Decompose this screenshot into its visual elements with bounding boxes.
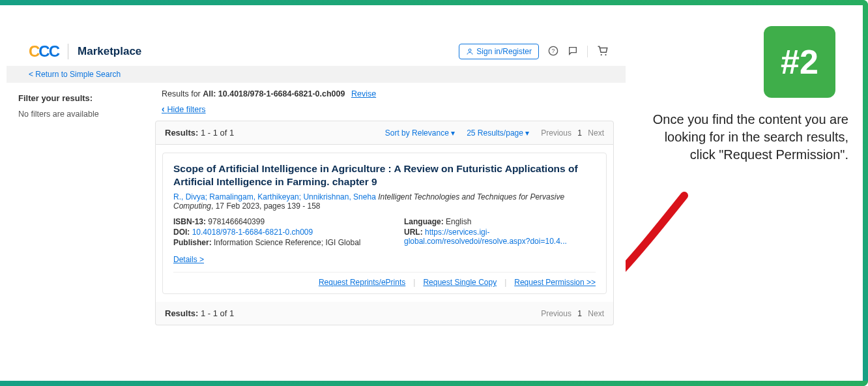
request-permission-link[interactable]: Request Permission >> <box>514 278 596 287</box>
prev-button[interactable]: Previous <box>541 128 571 138</box>
return-simple-search-label: Return to Simple Search <box>35 70 121 79</box>
result-card: Scope of Artificial Intelligence in Agri… <box>162 153 607 294</box>
pager-top: Previous 1 Next <box>541 128 604 138</box>
isbn-value: 9781466640399 <box>208 217 265 226</box>
app-header: CCC Marketplace Sign in/Register ? <box>7 36 626 66</box>
help-icon[interactable]: ? <box>548 46 558 58</box>
language-label: Language: <box>404 217 444 226</box>
results-for-scope: All: 10.4018/978-1-6684-6821-0.ch009 <box>203 89 345 98</box>
page-current-bottom: 1 <box>577 309 582 318</box>
result-actions: Request Reprints/ePrints | Request Singl… <box>173 272 596 287</box>
results-main: Results for All: 10.4018/978-1-6684-6821… <box>155 89 614 325</box>
results-count-range: 1 - 1 of 1 <box>201 128 234 138</box>
callout-line-3: click "Request Permission". <box>690 147 848 162</box>
doi-value[interactable]: 10.4018/978-1-6684-6821-0.ch009 <box>192 228 313 237</box>
brand-logo: CCC <box>29 42 59 61</box>
result-byline: R., Divya; Ramalingam, Karthikeyan; Unni… <box>173 192 596 211</box>
next-button-bottom[interactable]: Next <box>588 309 604 318</box>
frame-top <box>0 0 868 5</box>
perpage-label: 25 Results/page <box>467 128 523 138</box>
publisher-value: Information Science Reference; IGI Globa… <box>214 238 360 247</box>
filters-sidebar: Filter your results: No filters are avai… <box>18 89 155 325</box>
sub-bar: < Return to Simple Search <box>7 66 626 83</box>
frame-bottom <box>0 381 868 386</box>
svg-text:?: ? <box>552 48 555 54</box>
sort-label: Sort by Relevance <box>385 128 449 138</box>
filters-heading: Filter your results: <box>18 93 155 103</box>
request-reprints-link[interactable]: Request Reprints/ePrints <box>319 278 405 287</box>
results-count-range-bottom: 1 - 1 of 1 <box>201 308 234 318</box>
results-for: Results for All: 10.4018/978-1-6684-6821… <box>162 89 614 98</box>
svg-point-1 <box>469 49 471 52</box>
callout-text: Once you find the content you are lookin… <box>627 111 848 164</box>
sort-dropdown[interactable]: Sort by Relevance ▾ <box>385 128 455 138</box>
result-date-pages: , 17 Feb 2023, pages 139 - 158 <box>211 201 320 211</box>
details-link[interactable]: Details > <box>173 255 204 264</box>
brand-suffix: Marketplace <box>78 45 141 58</box>
isbn-label: ISBN-13: <box>173 217 206 226</box>
revise-link[interactable]: Revise <box>351 89 376 98</box>
result-title[interactable]: Scope of Artificial Intelligence in Agri… <box>173 162 596 188</box>
results-count-label-bottom: Results: <box>165 308 198 318</box>
brand: CCC Marketplace <box>29 42 141 61</box>
perpage-dropdown[interactable]: 25 Results/page ▾ <box>467 128 529 138</box>
action-sep-1: | <box>413 278 415 287</box>
brand-divider <box>68 44 68 59</box>
callout-line-1: Once you find the content you are <box>653 112 848 126</box>
svg-point-4 <box>601 53 602 55</box>
publisher-label: Publisher: <box>173 238 212 247</box>
url-value[interactable]: https://services.igi-global.com/resolved… <box>404 228 567 246</box>
frame-right <box>863 0 868 386</box>
url-label: URL: <box>404 228 423 237</box>
results-count-label: Results: <box>165 128 198 138</box>
return-simple-search-link[interactable]: < Return to Simple Search <box>29 70 121 79</box>
marketplace-screenshot: CCC Marketplace Sign in/Register ? < Ret… <box>7 36 626 316</box>
svg-point-5 <box>605 53 606 55</box>
results-count-top: Results: 1 - 1 of 1 <box>165 128 234 138</box>
cart-icon[interactable] <box>597 45 609 59</box>
chat-icon[interactable] <box>568 46 578 58</box>
header-divider <box>587 46 588 57</box>
action-sep-2: | <box>504 278 506 287</box>
pager-bottom: Previous 1 Next <box>541 309 604 318</box>
results-bar-bottom: Results: 1 - 1 of 1 Previous 1 Next <box>155 302 614 325</box>
hide-filters-link[interactable]: Hide filters <box>162 104 206 114</box>
result-meta: ISBN-13: 9781466640399 DOI: 10.4018/978-… <box>173 217 596 248</box>
callout-line-2: looking for in the search results, <box>665 130 848 144</box>
result-card-wrapper: Scope of Artificial Intelligence in Agri… <box>155 145 614 302</box>
results-for-prefix: Results for <box>162 89 201 98</box>
results-count-bottom: Results: 1 - 1 of 1 <box>165 308 234 318</box>
prev-button-bottom[interactable]: Previous <box>541 309 571 318</box>
step-badge: #2 <box>764 26 835 98</box>
user-icon <box>466 48 474 55</box>
results-bar-top: Results: 1 - 1 of 1 Sort by Relevance ▾ … <box>155 121 614 145</box>
request-single-copy-link[interactable]: Request Single Copy <box>423 278 497 287</box>
next-button[interactable]: Next <box>588 128 604 138</box>
filters-empty: No filters are available <box>18 110 155 119</box>
sign-in-label: Sign in/Register <box>476 47 532 56</box>
result-authors[interactable]: R., Divya; Ramalingam, Karthikeyan; Unni… <box>173 192 376 201</box>
language-value: English <box>446 217 471 226</box>
header-actions: Sign in/Register ? <box>459 44 609 59</box>
doi-label: DOI: <box>173 228 190 237</box>
page-current: 1 <box>577 128 582 138</box>
sign-in-button[interactable]: Sign in/Register <box>459 44 539 59</box>
